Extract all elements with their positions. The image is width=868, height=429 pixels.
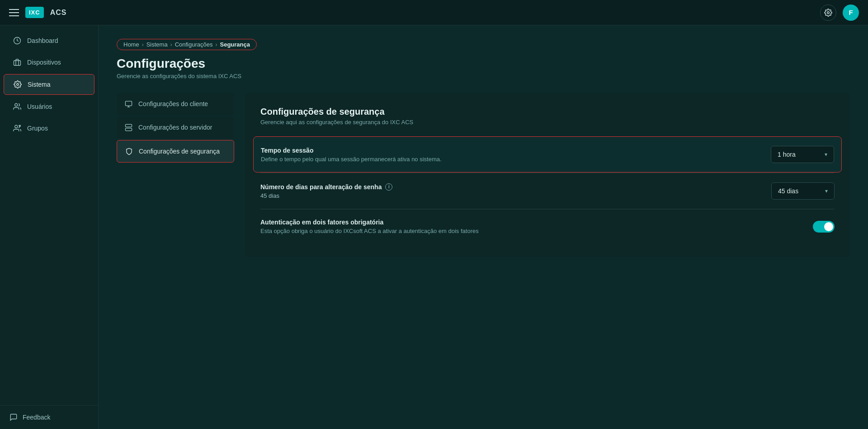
two-factor-label: Autenticação em dois fatores obrigatória	[260, 219, 479, 226]
breadcrumb-seguranca: Segurança	[220, 41, 250, 48]
left-panel-client-config[interactable]: Configurações do cliente	[117, 93, 234, 115]
svg-point-6	[19, 125, 21, 126]
svg-point-3	[17, 84, 19, 86]
session-timeout-left: Tempo de sessão Define o tempo pelo qual…	[261, 147, 442, 163]
svg-point-4	[15, 103, 18, 106]
menu-toggle-button[interactable]	[9, 9, 19, 16]
sidebar: Dashboard Dispositivos Sistema	[0, 25, 99, 429]
breadcrumb: Home › Sistema › Configurações › Seguran…	[117, 39, 257, 50]
dashboard-icon	[13, 36, 22, 45]
logo-name: ACS	[50, 9, 67, 17]
main-layout: Dashboard Dispositivos Sistema	[0, 25, 868, 429]
settings-icon-button[interactable]	[820, 5, 836, 21]
password-days-label: Número de dias para alteração de senha i	[260, 183, 392, 191]
breadcrumb-sep-1: ›	[142, 42, 144, 48]
chevron-down-icon: ▾	[825, 151, 827, 158]
sidebar-item-usuarios[interactable]: Usuários	[4, 97, 94, 117]
right-panel-title: Configurações de segurança	[260, 107, 835, 117]
client-config-icon	[124, 99, 133, 108]
left-panel-server-label: Configurações do servidor	[138, 124, 212, 131]
right-panel: Configurações de segurança Gerencie aqui…	[245, 93, 850, 257]
svg-point-5	[15, 125, 18, 128]
session-timeout-label: Tempo de sessão	[261, 147, 442, 154]
sidebar-item-sistema[interactable]: Sistema	[4, 74, 94, 95]
top-navbar: IXC ACS F	[0, 0, 868, 25]
password-days-dropdown[interactable]: 45 dias ▾	[771, 182, 835, 200]
content-area: Home › Sistema › Configurações › Seguran…	[99, 25, 868, 429]
two-factor-toggle[interactable]	[813, 221, 835, 233]
svg-rect-9	[125, 128, 132, 131]
session-timeout-row: Tempo de sessão Define o tempo pelo qual…	[253, 136, 842, 173]
security-config-icon	[124, 147, 133, 156]
topnav-right: F	[820, 5, 859, 21]
two-factor-left: Autenticação em dois fatores obrigatória…	[260, 219, 479, 234]
sidebar-item-sistema-label: Sistema	[28, 81, 51, 88]
logo-abbr: IXC	[25, 7, 44, 18]
left-panel-security-config[interactable]: Configurações de segurança	[117, 140, 234, 163]
grupos-icon	[13, 124, 22, 133]
left-panel-security-label: Configurações de segurança	[139, 148, 220, 155]
breadcrumb-sistema[interactable]: Sistema	[146, 41, 168, 48]
password-days-left: Número de dias para alteração de senha i…	[260, 183, 392, 199]
left-panel-client-label: Configurações do cliente	[138, 100, 208, 107]
two-factor-row: Autenticação em dois fatores obrigatória…	[260, 209, 835, 243]
usuarios-icon	[13, 102, 22, 111]
session-timeout-dropdown-value: 1 hora	[778, 151, 796, 158]
feedback-icon	[9, 413, 18, 422]
password-days-dropdown-value: 45 dias	[778, 187, 798, 195]
sidebar-item-dispositivos[interactable]: Dispositivos	[4, 52, 94, 72]
page-subtitle: Gerencie as configurações do sistema IXC…	[117, 73, 850, 79]
sistema-icon	[13, 80, 22, 89]
two-col-layout: Configurações do cliente Configurações d…	[117, 93, 850, 257]
sidebar-item-dispositivos-label: Dispositivos	[27, 59, 61, 66]
toggle-knob	[824, 222, 833, 231]
feedback-label: Feedback	[23, 414, 50, 421]
right-panel-subtitle: Gerencie aqui as configurações de segura…	[260, 119, 835, 126]
session-timeout-desc: Define o tempo pelo qual uma sessão perm…	[261, 156, 442, 163]
chevron-down-icon-2: ▾	[825, 188, 828, 194]
password-days-value: 45 dias	[260, 192, 392, 199]
breadcrumb-configuracoes[interactable]: Configurações	[175, 41, 213, 48]
page-title: Configurações	[117, 56, 850, 71]
two-factor-desc: Esta opção obriga o usuário do IXCsoft A…	[260, 228, 479, 234]
svg-rect-8	[125, 124, 132, 127]
session-timeout-dropdown[interactable]: 1 hora ▾	[771, 146, 834, 163]
svg-point-0	[827, 11, 830, 14]
breadcrumb-sep-2: ›	[170, 42, 172, 48]
sidebar-item-dashboard-label: Dashboard	[27, 37, 58, 44]
sidebar-item-grupos-label: Grupos	[27, 125, 48, 132]
svg-rect-2	[14, 61, 21, 65]
breadcrumb-sep-3: ›	[215, 42, 217, 48]
left-panel: Configurações do cliente Configurações d…	[117, 93, 234, 257]
info-icon[interactable]: i	[385, 183, 392, 191]
feedback-button[interactable]: Feedback	[0, 405, 98, 429]
sidebar-item-grupos[interactable]: Grupos	[4, 118, 94, 138]
breadcrumb-home[interactable]: Home	[123, 41, 139, 48]
user-avatar-button[interactable]: F	[843, 5, 859, 21]
sidebar-item-dashboard[interactable]: Dashboard	[4, 31, 94, 51]
sidebar-item-usuarios-label: Usuários	[27, 103, 52, 110]
dispositivos-icon	[13, 58, 22, 67]
server-config-icon	[124, 123, 133, 132]
svg-rect-7	[125, 101, 132, 106]
left-panel-server-config[interactable]: Configurações do servidor	[117, 117, 234, 138]
topnav-left: IXC ACS	[9, 7, 66, 18]
password-days-row: Número de dias para alteração de senha i…	[260, 173, 835, 209]
